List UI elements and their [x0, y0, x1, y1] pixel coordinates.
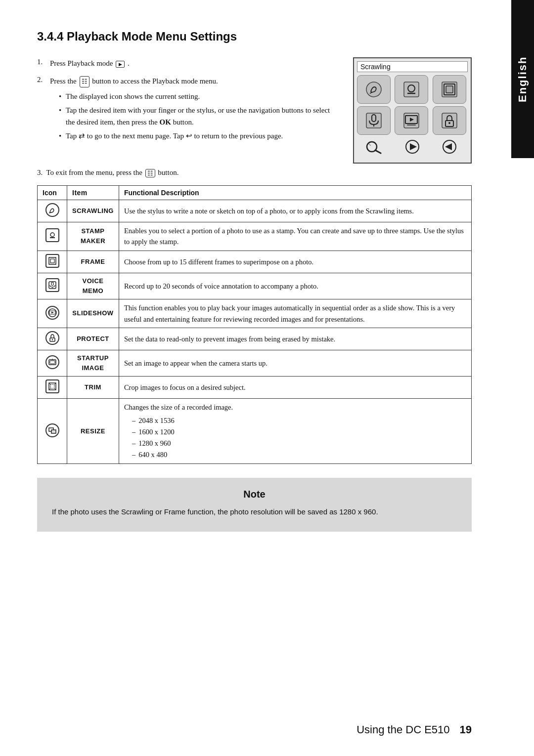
item-slideshow: SLIDESHOW: [67, 299, 119, 328]
menu-cell-slideshow: [395, 106, 428, 135]
resize-option-1: 2048 x 1536: [132, 415, 466, 426]
startup-image-icon: [45, 355, 59, 369]
playback-mode-icon: [116, 61, 125, 68]
menu-bottom-row: [357, 137, 468, 160]
svg-rect-13: [407, 125, 416, 126]
item-frame: FRAME: [67, 251, 119, 273]
step-2-number: 2.: [37, 75, 50, 84]
desc-frame: Choose from up to 15 different frames to…: [119, 251, 471, 273]
icon-scrawling: [38, 200, 67, 222]
frame-icon: [45, 254, 59, 268]
svg-rect-42: [50, 384, 54, 388]
menu-grid: [357, 75, 468, 135]
resize-icon: [45, 423, 59, 437]
menu-next-icon: [403, 139, 422, 158]
steps-area: 1. Press Playback mode . 2. Press the ☷ …: [37, 57, 472, 164]
desc-scrawling: Use the stylus to write a note or sketch…: [119, 200, 471, 222]
item-scrawling: SCRAWLING: [67, 200, 119, 222]
svg-point-26: [50, 233, 54, 237]
step-3: 3. To exit from the menu, press the ☷ bu…: [37, 168, 472, 177]
desc-stamp: Enables you to select a portion of a pho…: [119, 222, 471, 251]
footer-page: 19: [460, 723, 472, 736]
table-row: STARTUPIMAGE Set an image to appear when…: [38, 350, 472, 376]
icon-startup: [38, 350, 67, 376]
svg-rect-2: [404, 82, 419, 97]
svg-line-20: [369, 144, 371, 146]
note-text: If the photo uses the Scrawling or Frame…: [52, 506, 457, 518]
trim-icon: [45, 379, 59, 393]
desc-voice: Record up to 20 seconds of voice annotat…: [119, 273, 471, 299]
menu-exit-icon: ☷: [145, 169, 155, 177]
language-tab: English: [511, 0, 534, 158]
step-2-content: Press the ☷ button to access the Playbac…: [50, 75, 338, 144]
item-stamp: STAMPMAKER: [67, 222, 119, 251]
step-1-number: 1.: [37, 57, 50, 66]
stamp-icon: [45, 228, 59, 242]
menu-screenshot: Scrawling: [353, 57, 472, 164]
resize-option-2: 1600 x 1200: [132, 426, 466, 438]
icon-slideshow: [38, 299, 67, 328]
bullet-1: The displayed icon shows the current set…: [59, 90, 338, 102]
step-2-text: Press the ☷ button to access the Playbac…: [50, 77, 218, 85]
resize-list: 2048 x 1536 1600 x 1200 1280 x 960 640 x…: [132, 415, 466, 461]
svg-line-19: [375, 150, 381, 153]
menu-prev-icon: [440, 139, 459, 158]
svg-rect-31: [51, 282, 53, 286]
menu-cell-protect: [433, 106, 466, 135]
col-desc: Functional Description: [119, 186, 471, 200]
steps-text: 1. Press Playback mode . 2. Press the ☷ …: [37, 57, 338, 164]
menu-title: Scrawling: [357, 61, 468, 72]
svg-point-0: [366, 82, 381, 97]
main-content: 3.4.4 Playback Mode Menu Settings 1. Pre…: [0, 0, 511, 756]
menu-button-icon: ☷: [80, 76, 89, 87]
footer-text: Using the DC E510: [356, 723, 449, 736]
svg-marker-35: [51, 311, 54, 313]
icon-resize: [38, 399, 67, 464]
svg-point-37: [51, 339, 52, 340]
item-trim: TRIM: [67, 377, 119, 399]
svg-point-17: [448, 122, 450, 124]
scrawling-icon: [45, 203, 59, 217]
desc-slideshow: This function enables you to play back y…: [119, 299, 471, 328]
menu-cell-frame: [433, 75, 466, 104]
menu-cell-scrawling: [357, 75, 391, 104]
svg-rect-28: [49, 257, 56, 264]
item-resize: RESIZE: [67, 399, 119, 464]
icon-voice: [38, 273, 67, 299]
menu-cell-voice: [357, 106, 391, 135]
table-header-row: Icon Item Functional Description: [38, 186, 472, 200]
table-row: SCRAWLING Use the stylus to write a note…: [38, 200, 472, 222]
settings-table: Icon Item Functional Description: [37, 185, 472, 464]
item-startup: STARTUPIMAGE: [67, 350, 119, 376]
step-1-content: Press Playback mode .: [50, 57, 338, 69]
desc-resize: Changes the size of a recorded image. 20…: [119, 399, 471, 464]
menu-search-icon: [366, 139, 385, 158]
desc-startup: Set an image to appear when the camera s…: [119, 350, 471, 376]
next-bottom-icon: [403, 139, 422, 154]
table-row: RESIZE Changes the size of a recorded im…: [38, 399, 472, 464]
protect-icon: [45, 331, 59, 345]
slideshow-menu-icon: [402, 112, 420, 129]
col-icon: Icon: [38, 186, 67, 200]
stamp-menu-icon: [402, 81, 420, 98]
table-row: TRIM Crop images to focus on a desired s…: [38, 377, 472, 399]
table-row: FRAME Choose from up to 15 different fra…: [38, 251, 472, 273]
footer: Using the DC E510 19: [0, 723, 511, 736]
language-label: English: [516, 56, 529, 102]
col-item: Item: [67, 186, 119, 200]
bullet-2: Tap the desired item with your finger or…: [59, 104, 338, 128]
svg-rect-48: [51, 430, 56, 433]
note-title: Note: [52, 489, 457, 500]
icon-stamp: [38, 222, 67, 251]
svg-marker-22: [410, 143, 417, 150]
table-row: PROTECT Set the data to read-only to pre…: [38, 328, 472, 350]
item-protect: PROTECT: [67, 328, 119, 350]
slideshow-icon: [45, 306, 59, 320]
table-row: SLIDESHOW This function enables you to p…: [38, 299, 472, 328]
step-1: 1. Press Playback mode .: [37, 57, 338, 69]
svg-marker-24: [445, 143, 452, 150]
voice-menu-icon: [365, 112, 383, 129]
page-wrapper: English 3.4.4 Playback Mode Menu Setting…: [0, 0, 534, 756]
table-row: STAMPMAKER Enables you to select a porti…: [38, 222, 472, 251]
scrawling-menu-icon: [365, 81, 383, 98]
